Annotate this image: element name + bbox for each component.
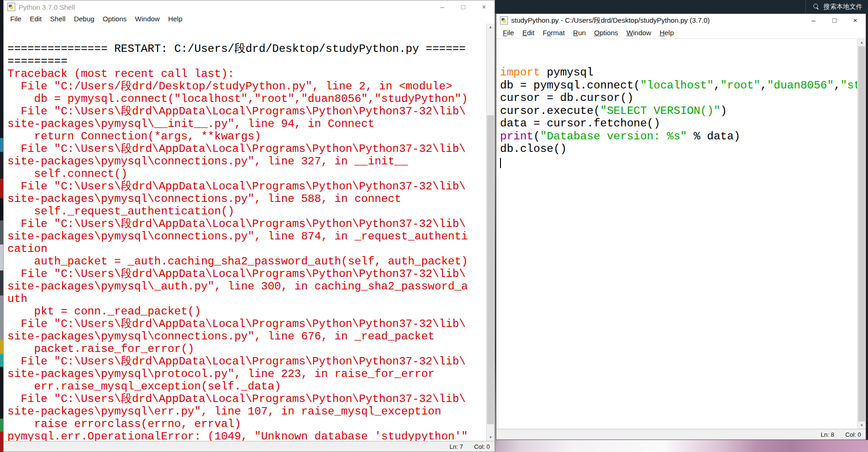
editor-menu-help[interactable]: Help bbox=[655, 28, 678, 38]
code-line bbox=[500, 156, 857, 169]
scroll-down-icon[interactable]: ▼ bbox=[858, 422, 866, 429]
traceback-line: db = pymysql.connect("localhost","root",… bbox=[7, 93, 486, 105]
shell-menubar: FileEditShellDebugOptionsWindowHelp bbox=[4, 13, 494, 24]
search-label: 搜索本地文件 bbox=[824, 3, 862, 11]
scroll-up-icon[interactable]: ▲ bbox=[858, 39, 866, 46]
shell-text-area[interactable]: =============== RESTART: C:/Users/段drd/D… bbox=[4, 24, 486, 441]
code-token: db = pymysql.connect( bbox=[500, 79, 640, 92]
shell-menu-help[interactable]: Help bbox=[164, 14, 187, 24]
editor-text-area[interactable]: import pymysqldb = pymysql.connect("loca… bbox=[496, 39, 857, 429]
shell-line-indicator: Ln: 7 bbox=[450, 443, 463, 450]
editor-menu-format[interactable]: Format bbox=[539, 28, 569, 38]
taskbar-app-segment bbox=[0, 198, 3, 220]
maximize-icon[interactable]: □ bbox=[824, 14, 845, 27]
taskbar-app-segment bbox=[0, 152, 3, 179]
search-local-files[interactable]: 搜索本地文件 bbox=[805, 0, 868, 13]
taskbar-app-segment bbox=[0, 220, 3, 245]
string-token: "SELECT VERSION()" bbox=[600, 105, 720, 117]
shell-menu-file[interactable]: File bbox=[6, 14, 25, 24]
traceback-line: self.connect() bbox=[7, 168, 486, 180]
editor-col-indicator: Col: 0 bbox=[845, 431, 861, 438]
scroll-down-icon[interactable]: ▼ bbox=[487, 434, 494, 441]
taskbar-app-segment bbox=[0, 0, 3, 138]
screen-right-edge bbox=[866, 13, 868, 440]
minimize-icon[interactable]: – bbox=[803, 14, 824, 27]
traceback-line: File "C:\Users\段drd\AppData\Local\Progra… bbox=[7, 180, 486, 193]
shell-output-line: =============== RESTART: C:/Users/段drd/D… bbox=[7, 43, 486, 55]
traceback-line: packet.raise_for_error() bbox=[7, 343, 486, 355]
code-line: data = cursor.fetchone() bbox=[500, 117, 857, 130]
editor-menu-file[interactable]: File bbox=[499, 28, 518, 38]
close-icon[interactable]: × bbox=[474, 0, 494, 13]
traceback-line: cation bbox=[7, 243, 486, 255]
editor-window-title: studyPython.py - C:/Users/段drd/Desktop/s… bbox=[511, 16, 710, 25]
traceback-line: site-packages\pymysql\_auth.py", line 30… bbox=[7, 280, 486, 293]
code-token: , bbox=[834, 79, 840, 92]
code-token: cursor.execute( bbox=[500, 105, 600, 117]
shell-scroll-thumb[interactable] bbox=[487, 115, 494, 424]
traceback-line: pkt = conn._read_packet() bbox=[7, 305, 486, 318]
taskbar-app-segment bbox=[0, 295, 3, 340]
traceback-line: site-packages\pymysql\connections.py", l… bbox=[7, 155, 486, 168]
code-token: % data) bbox=[687, 130, 740, 143]
taskbar-app-segment bbox=[0, 270, 3, 295]
code-line: print("Database version: %s" % data) bbox=[500, 130, 857, 143]
traceback-line: pymysql.err.OperationalError: (1049, "Un… bbox=[7, 430, 486, 441]
builtin-token: print bbox=[500, 130, 533, 143]
traceback-line: Traceback (most recent call last): bbox=[7, 68, 486, 80]
shell-menu-debug[interactable]: Debug bbox=[70, 14, 98, 24]
editor-scrollbar[interactable]: ▲ ▼ bbox=[857, 39, 866, 429]
traceback-line: site-packages\pymysql\connections.py", l… bbox=[7, 330, 486, 343]
close-icon[interactable]: × bbox=[845, 14, 866, 27]
text-cursor bbox=[500, 158, 501, 168]
maximize-icon[interactable]: □ bbox=[453, 0, 474, 13]
idle-shell-icon bbox=[7, 3, 15, 11]
taskbar-app-segment bbox=[0, 419, 3, 432]
scroll-up-icon[interactable]: ▲ bbox=[487, 24, 494, 31]
shell-col-indicator: Col: 0 bbox=[474, 443, 490, 450]
code-line: cursor.execute("SELECT VERSION()") bbox=[500, 105, 857, 118]
desktop-top-bar: 搜索本地文件 bbox=[495, 0, 868, 13]
shell-scrollbar[interactable]: ▲ ▼ bbox=[486, 24, 494, 441]
editor-menu-options[interactable]: Options bbox=[590, 28, 622, 38]
idle-file-icon bbox=[500, 16, 508, 25]
editor-menu-run[interactable]: Run bbox=[569, 28, 590, 38]
traceback-line: File "C:\Users\段drd\AppData\Local\Progra… bbox=[7, 218, 486, 230]
code-token: ( bbox=[533, 130, 540, 143]
code-line: db.close() bbox=[500, 143, 857, 156]
traceback-line: return Connection(*args, **kwargs) bbox=[7, 130, 486, 143]
shell-menu-edit[interactable]: Edit bbox=[25, 14, 46, 24]
desktop: 搜索本地文件 studyPython.py - C:/Users/段drd/De… bbox=[0, 0, 868, 452]
string-token: "root" bbox=[720, 79, 760, 92]
code-token: ) bbox=[720, 105, 727, 117]
editor-menu-window[interactable]: Window bbox=[622, 28, 655, 38]
editor-menu-edit[interactable]: Edit bbox=[518, 28, 539, 38]
taskbar-app-segment bbox=[0, 138, 3, 152]
shell-menu-window[interactable]: Window bbox=[131, 14, 164, 24]
traceback-line: auth_packet = _auth.caching_sha2_passwor… bbox=[7, 255, 486, 268]
shell-statusbar: Ln: 7 Col: 0 bbox=[4, 441, 494, 452]
traceback-line: File "C:\Users\段drd\AppData\Local\Progra… bbox=[7, 143, 486, 155]
string-token: "duan8056" bbox=[767, 79, 834, 92]
string-token: "localhost" bbox=[640, 79, 713, 92]
taskbar-app-segment bbox=[0, 354, 3, 367]
traceback-line: File "C:\Users\段drd\AppData\Local\Progra… bbox=[7, 393, 486, 405]
code-line: import pymysql bbox=[500, 66, 857, 79]
editor-titlebar[interactable]: studyPython.py - C:/Users/段drd/Desktop/s… bbox=[496, 14, 866, 27]
shell-window: Python 3.7.0 Shell – □ × FileEditShellDe… bbox=[3, 0, 495, 452]
shell-menu-shell[interactable]: Shell bbox=[46, 14, 70, 24]
traceback-line: raise errorclass(errno, errval) bbox=[7, 418, 486, 430]
traceback-line: self._request_authentication() bbox=[7, 205, 486, 218]
shell-titlebar[interactable]: Python 3.7.0 Shell – □ × bbox=[4, 0, 494, 13]
editor-scroll-thumb[interactable] bbox=[858, 46, 865, 421]
left-taskbar-strip bbox=[0, 0, 3, 452]
traceback-line: site-packages\pymysql\protocol.py", line… bbox=[7, 368, 486, 380]
traceback-line: File "C:/Users/段drd/Desktop/studyPython.… bbox=[7, 80, 486, 93]
editor-menubar: FileEditFormatRunOptionsWindowHelp bbox=[496, 27, 866, 39]
minimize-icon[interactable]: – bbox=[432, 0, 453, 13]
shell-menu-options[interactable]: Options bbox=[99, 14, 131, 24]
taskbar-app-segment bbox=[0, 367, 3, 419]
taskbar-app-segment bbox=[0, 179, 3, 198]
editor-statusbar: Ln: 8 Col: 0 bbox=[496, 429, 866, 439]
editor-window: studyPython.py - C:/Users/段drd/Desktop/s… bbox=[496, 13, 866, 440]
